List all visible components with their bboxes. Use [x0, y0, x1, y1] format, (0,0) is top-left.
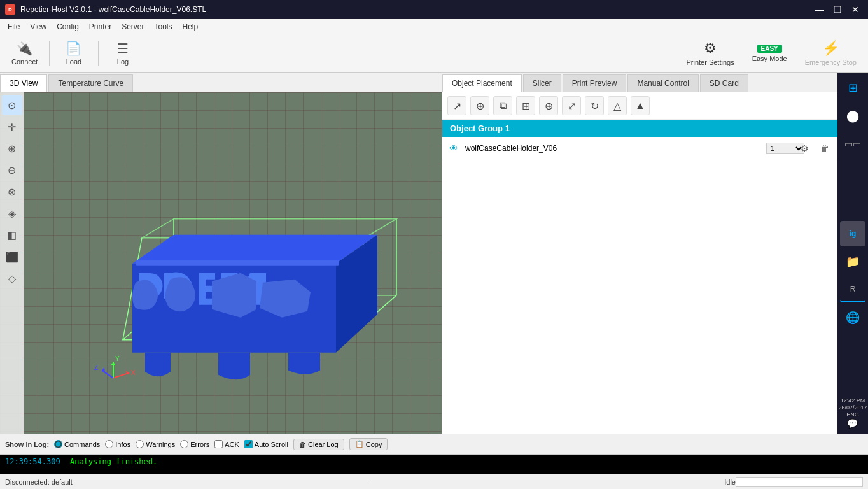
menu-config[interactable]: Config	[52, 21, 84, 32]
easy-mode-label: Easy Mode	[752, 55, 787, 62]
log-output: 12:39:54.309 Analysing finished.	[0, 455, 868, 474]
toolbar: 🔌 Connect 📄 Load ☰ Log ⚙ Printer Setting…	[0, 34, 868, 73]
menu-server[interactable]: Server	[116, 21, 149, 32]
errors-check-item: Errors	[180, 440, 209, 448]
duplicate-button[interactable]: ⧉	[493, 96, 512, 115]
object-settings-button[interactable]: ⚙	[797, 141, 812, 156]
task-view-btn[interactable]: ▭▭	[840, 131, 865, 157]
log-icon: ☰	[117, 41, 129, 56]
printer-settings-button[interactable]: ⚙ Printer Settings	[680, 38, 740, 69]
svg-text:Y: Y	[115, 355, 120, 362]
menu-file[interactable]: File	[3, 21, 25, 32]
resize-button[interactable]: ⤢	[562, 96, 581, 115]
log-controls: Show in Log: Commands Infos Warnings Err…	[0, 434, 868, 455]
copy-label: Copy	[366, 441, 382, 448]
menu-printer[interactable]: Printer	[84, 21, 116, 32]
tab-3d-view[interactable]: 3D View	[0, 74, 47, 92]
close-button[interactable]: ✕	[848, 2, 863, 17]
lt-select-btn[interactable]: ⊙	[2, 95, 22, 115]
win-start-btn[interactable]: ⊞	[840, 75, 865, 101]
commands-label: Commands	[64, 441, 100, 448]
warnings-radio[interactable]	[136, 440, 144, 448]
tab-object-placement[interactable]: Object Placement	[442, 74, 522, 92]
tab-temperature-curve[interactable]: Temperature Curve	[48, 74, 133, 92]
repetier-btn[interactable]: R	[840, 277, 865, 302]
sys-tray-time: 12:42 PM	[841, 397, 865, 404]
lt-iso-btn[interactable]: ◇	[2, 268, 22, 288]
svg-line-10	[113, 373, 129, 378]
center-button[interactable]: ⊕	[539, 96, 558, 115]
load-label: Load	[66, 58, 81, 66]
globe-btn[interactable]: 🌐	[840, 305, 865, 330]
left-toolbar: ⊙ ✛ ⊕ ⊖ ⊗ ◈ ◧ ⬛ ◇	[0, 92, 24, 434]
auto-scroll-checkbox[interactable]	[244, 440, 253, 448]
3d-model-svg: X Y Z	[72, 136, 403, 416]
emergency-stop-button[interactable]: ⚡ Emergency Stop	[799, 38, 863, 69]
log-timestamp: 12:39:54.309	[5, 457, 60, 466]
warnings-check-item: Warnings	[136, 440, 175, 448]
commands-radio[interactable]	[54, 440, 62, 448]
ack-checkbox[interactable]	[214, 440, 223, 448]
tab-slicer[interactable]: Slicer	[523, 74, 561, 92]
viewport[interactable]: ⊙ ✛ ⊕ ⊖ ⊗ ◈ ◧ ⬛ ◇	[0, 92, 442, 434]
easy-mode-button[interactable]: EASY Easy Mode	[746, 42, 794, 65]
infos-label: Infos	[115, 441, 130, 448]
igpu-btn[interactable]: ig	[840, 221, 865, 246]
lt-perspective-btn[interactable]: ◈	[2, 203, 22, 223]
tab-sd-card[interactable]: SD Card	[700, 74, 748, 92]
errors-radio[interactable]	[180, 440, 188, 448]
infos-radio[interactable]	[105, 440, 113, 448]
sys-tray-date: 26/07/2017	[838, 404, 867, 411]
copy-icon: 📋	[355, 440, 364, 448]
menu-tools[interactable]: Tools	[150, 21, 178, 32]
connect-icon: 🔌	[17, 41, 32, 56]
menu-help[interactable]: Help	[178, 21, 204, 32]
object-name: wolfCaseCableHolder_V06	[465, 144, 761, 153]
log-button[interactable]: ☰ Log	[104, 38, 142, 68]
clear-log-button[interactable]: 🗑 Clear Log	[293, 439, 344, 450]
status-input[interactable]	[736, 477, 863, 487]
folder-btn[interactable]: 📁	[840, 249, 865, 274]
menu-view[interactable]: View	[25, 21, 52, 32]
arrange-button[interactable]: ⊞	[516, 96, 535, 115]
lt-zoom-in-btn[interactable]: ⊕	[2, 138, 22, 159]
status-disconnected: Disconnected: default	[5, 478, 307, 486]
tab-manual-control[interactable]: Manual Control	[627, 74, 698, 92]
rotate-button[interactable]: ↻	[585, 96, 604, 115]
tab-print-preview[interactable]: Print Preview	[563, 74, 627, 92]
svg-marker-14	[111, 362, 116, 365]
mirror1-button[interactable]: △	[608, 96, 627, 115]
toolbar-right: ⚙ Printer Settings EASY Easy Mode ⚡ Emer…	[680, 38, 863, 69]
object-row: 👁 wolfCaseCableHolder_V06 1 2 3 ⚙ 🗑	[442, 137, 837, 160]
show-in-log-label: Show in Log:	[5, 441, 49, 448]
object-visibility-toggle[interactable]: 👁	[447, 142, 460, 155]
lt-zoom-out-btn[interactable]: ⊖	[2, 160, 22, 180]
lt-view1-btn[interactable]: ◧	[2, 225, 22, 245]
3d-model-container: X Y Z	[72, 136, 403, 418]
ack-label: ACK	[225, 441, 239, 448]
ack-check-item: ACK	[214, 440, 239, 448]
load-button[interactable]: 📄 Load	[55, 38, 93, 68]
connect-button[interactable]: 🔌 Connect	[5, 38, 44, 68]
object-count: 1 2 3	[766, 143, 792, 154]
lt-view2-btn[interactable]: ⬛	[2, 246, 22, 267]
minimize-button[interactable]: —	[812, 2, 827, 17]
right-tabs: Object Placement Slicer Print Preview Ma…	[442, 73, 837, 92]
export-button[interactable]: ↗	[447, 96, 466, 115]
lt-reset-btn[interactable]: ⊗	[2, 181, 22, 202]
object-delete-button[interactable]: 🗑	[817, 141, 832, 156]
app-icon: R	[5, 4, 15, 15]
infos-check-item: Infos	[105, 440, 130, 448]
cortana-btn[interactable]: ⬤	[840, 103, 865, 129]
toolbar-separator-2	[98, 41, 99, 66]
maximize-button[interactable]: ❐	[830, 2, 845, 17]
add-object-button[interactable]: ⊕	[470, 96, 489, 115]
clear-log-label: Clear Log	[308, 441, 339, 448]
commands-check-item: Commands	[54, 440, 100, 448]
notification-btn[interactable]: 💬	[847, 418, 858, 429]
copy-button[interactable]: 📋 Copy	[349, 438, 388, 450]
mirror2-button[interactable]: ▲	[631, 96, 650, 115]
left-panel: 3D View Temperature Curve ⊙ ✛ ⊕ ⊖ ⊗ ◈ ◧ …	[0, 73, 442, 434]
lt-move-btn[interactable]: ✛	[2, 117, 22, 137]
svg-marker-7	[132, 235, 377, 264]
